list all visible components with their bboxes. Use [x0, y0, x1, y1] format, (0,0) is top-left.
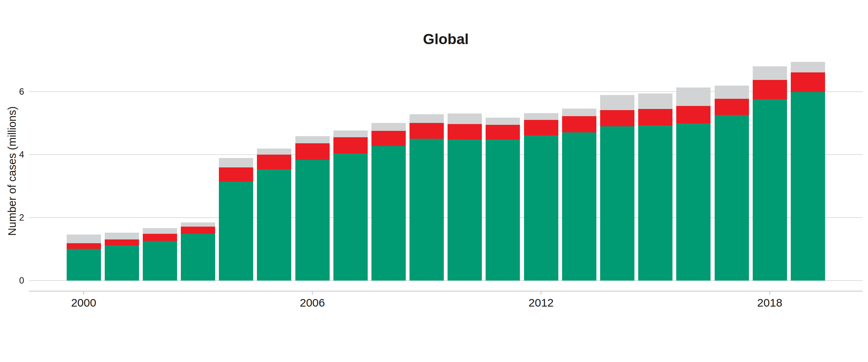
bar-2015-top-segment-grey[interactable]: [638, 94, 672, 109]
bar-2000-bottom-segment-green[interactable]: [67, 249, 101, 281]
bar-2000-top-segment-grey[interactable]: [67, 235, 101, 243]
bar-2019-bottom-segment-green[interactable]: [791, 92, 825, 281]
bar-2014-bottom-segment-green[interactable]: [600, 126, 634, 281]
bar-2014-top-segment-grey[interactable]: [600, 95, 634, 110]
bar-2008-top-segment-grey[interactable]: [371, 123, 406, 131]
x-tick-2012: [541, 291, 541, 295]
bar-2013-top-segment-grey[interactable]: [562, 109, 596, 116]
bar-2005-bottom-segment-green[interactable]: [257, 169, 291, 281]
bar-2011-middle-segment-red[interactable]: [486, 125, 520, 140]
x-axis-line: [29, 291, 863, 291]
bar-2018-bottom-segment-green[interactable]: [753, 99, 787, 281]
bar-2018-middle-segment-red[interactable]: [753, 80, 787, 99]
bar-2007-bottom-segment-green[interactable]: [333, 153, 368, 281]
y-axis-title: Number of cases (millions): [6, 106, 19, 235]
bar-2013-middle-segment-red[interactable]: [562, 116, 596, 132]
bar-2016-top-segment-grey[interactable]: [676, 87, 711, 106]
bar-2001-middle-segment-red[interactable]: [105, 239, 139, 246]
y-axis-title-wrap: Number of cases (millions): [2, 0, 23, 342]
bar-2003-top-segment-grey[interactable]: [181, 222, 215, 227]
bar-2019-middle-segment-red[interactable]: [791, 72, 825, 92]
bar-2012-middle-segment-red[interactable]: [524, 120, 558, 136]
bar-2015-bottom-segment-green[interactable]: [638, 126, 672, 281]
bar-2010-bottom-segment-green[interactable]: [448, 140, 482, 281]
bar-2005-top-segment-grey[interactable]: [257, 149, 291, 155]
bar-2013-bottom-segment-green[interactable]: [562, 132, 596, 281]
bar-2006-bottom-segment-green[interactable]: [295, 160, 330, 281]
bar-2005-middle-segment-red[interactable]: [257, 155, 291, 169]
x-tick-2000: [83, 291, 84, 295]
bar-2016-middle-segment-red[interactable]: [676, 106, 711, 123]
bar-2009-middle-segment-red[interactable]: [410, 123, 444, 139]
bar-2011-top-segment-grey[interactable]: [486, 118, 520, 125]
bar-2012-top-segment-grey[interactable]: [524, 113, 558, 120]
bar-2011-bottom-segment-green[interactable]: [486, 140, 520, 281]
bar-2019-top-segment-grey[interactable]: [791, 62, 825, 72]
bar-2001-top-segment-grey[interactable]: [105, 233, 139, 239]
bar-2012-bottom-segment-green[interactable]: [524, 135, 558, 281]
bar-2010-middle-segment-red[interactable]: [448, 124, 482, 140]
bar-2001-bottom-segment-green[interactable]: [105, 245, 139, 281]
bar-2009-top-segment-grey[interactable]: [410, 114, 444, 123]
bar-2002-middle-segment-red[interactable]: [143, 234, 177, 241]
stacked-bar-chart-global-cases: 02462000200620122018 Global Number of ca…: [0, 0, 868, 362]
bar-2010-top-segment-grey[interactable]: [448, 114, 482, 124]
bar-2003-middle-segment-red[interactable]: [181, 227, 215, 233]
x-tick-label-2012: 2012: [511, 296, 571, 309]
bar-2015-middle-segment-red[interactable]: [638, 109, 672, 125]
bar-2009-bottom-segment-green[interactable]: [410, 139, 444, 281]
x-tick-label-2006: 2006: [282, 296, 342, 309]
bar-2007-middle-segment-red[interactable]: [333, 137, 368, 153]
bar-2017-top-segment-grey[interactable]: [715, 86, 749, 98]
chart-title: Global: [29, 31, 863, 48]
bar-2006-top-segment-grey[interactable]: [295, 136, 330, 143]
plot-area: 02462000200620122018: [0, 0, 868, 362]
bar-2003-bottom-segment-green[interactable]: [181, 234, 215, 281]
bar-2000-middle-segment-red[interactable]: [67, 243, 101, 249]
x-tick-2006: [312, 291, 313, 295]
bar-2008-middle-segment-red[interactable]: [371, 131, 406, 146]
bar-2008-bottom-segment-green[interactable]: [371, 146, 406, 281]
bar-2004-middle-segment-red[interactable]: [219, 167, 253, 182]
bar-2006-middle-segment-red[interactable]: [295, 143, 330, 160]
bar-2017-bottom-segment-green[interactable]: [715, 115, 749, 281]
x-tick-label-2018: 2018: [740, 296, 800, 309]
x-tick-2018: [769, 291, 770, 295]
bar-2002-bottom-segment-green[interactable]: [143, 241, 177, 281]
x-tick-label-2000: 2000: [53, 296, 114, 309]
bar-2007-top-segment-grey[interactable]: [333, 130, 368, 137]
bar-2002-top-segment-grey[interactable]: [143, 228, 177, 234]
bar-2004-bottom-segment-green[interactable]: [219, 182, 253, 281]
bar-2004-top-segment-grey[interactable]: [219, 158, 253, 168]
bar-2016-bottom-segment-green[interactable]: [676, 123, 711, 281]
bar-2018-top-segment-grey[interactable]: [753, 66, 787, 80]
bar-2017-middle-segment-red[interactable]: [715, 99, 749, 115]
bar-2014-middle-segment-red[interactable]: [600, 110, 634, 126]
